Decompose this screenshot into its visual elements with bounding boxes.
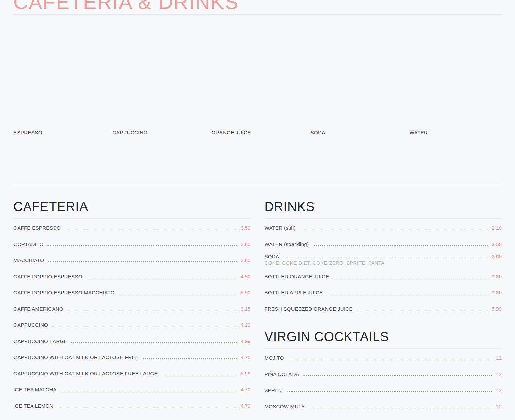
dotted-leader [300, 229, 488, 229]
item-price: 4.99 [241, 338, 250, 344]
menu-item-row: SPRITZ 12 [265, 382, 502, 398]
dotted-leader [48, 261, 237, 262]
item-name: MOSCOW MULE [265, 403, 305, 409]
dotted-leader [327, 294, 488, 294]
gallery-item-orange-juice[interactable]: ORANGE JUICE [211, 15, 303, 136]
item-name: BOTTLED APPLE JUICE [265, 290, 323, 295]
item-price: 5.99 [492, 306, 502, 312]
menu-item-row: PIÑA COLADA 12 [265, 366, 502, 382]
page-title: CAFETERIA & DRINKS [13, 0, 502, 10]
item-name: WATER (sparkling) [265, 241, 309, 247]
item-name: ICE CAPPUCCINO [13, 419, 58, 420]
item-name: PIÑA COLADA [265, 371, 299, 377]
dotted-leader [87, 278, 238, 278]
item-name: BOTTLED ORANGE JUICE [265, 273, 329, 279]
menu-item-row: CORTADITO 3.85 [13, 236, 251, 252]
gallery-caption: ORANGE JUICE [211, 130, 303, 136]
section-heading: VIRGIN COCKTAILS [265, 329, 502, 345]
menu-item-row: CAFFE DOPPIO ESPRESSO MACCHIATO 5.50 [13, 284, 251, 300]
item-name: CAFFE AMERICANO [13, 306, 63, 312]
item-price: 5.99 [241, 419, 250, 420]
dotted-leader [71, 342, 237, 343]
item-price: 2.10 [492, 225, 502, 231]
gallery-item-cappuccino[interactable]: CAPPUCCINO [112, 15, 204, 136]
menu-item-row: WATER (sparkling) 3.50 [265, 236, 502, 252]
item-price: 3.50 [492, 241, 502, 247]
dotted-leader [283, 258, 488, 258]
item-name: CAPPUCCINO [13, 322, 48, 328]
spacer [13, 136, 502, 180]
menu-item-row: ICE CAPPUCCINO 5.99 [13, 414, 251, 420]
item-name: ICE TEA MATCHA [13, 387, 57, 392]
menu-item-row: FRESH SQUEEZED ORANGE JUICE 5.99 [265, 300, 502, 317]
item-price: 3.50 [241, 225, 250, 231]
section-cafeteria: CAFETERIA CAFFE ESPRESSO 3.50 CORTADITO … [13, 199, 251, 420]
cafeteria-item-list: CAFFE ESPRESSO 3.50 CORTADITO 3.85 MACCH… [13, 219, 251, 420]
menu-item-row: SODA 2.60 COKE, COKE DIET, COKE ZERO, SP… [265, 252, 502, 268]
section-heading: DRINKS [265, 199, 502, 215]
gallery-item-soda[interactable]: SODA [311, 15, 403, 136]
item-name: CORTADITO [13, 241, 43, 247]
item-price: 3.15 [241, 306, 250, 312]
section-virgin-cocktails: VIRGIN COCKTAILS MOJITO 12 PIÑA COLADA [265, 329, 502, 414]
mid-divider [13, 185, 502, 185]
item-name: SPRITZ [265, 387, 283, 393]
photo-placeholder[interactable] [211, 15, 303, 130]
gallery-caption: WATER [410, 130, 502, 136]
dotted-leader [357, 310, 488, 310]
gallery-caption: SODA [311, 130, 403, 136]
section-heading: CAFETERIA [13, 199, 251, 215]
menu-item-row: CAPPUCCINO WITH OAT MILK OR LACTOSE FREE… [13, 349, 251, 365]
item-price: 3.20 [492, 273, 502, 279]
gallery-item-espresso[interactable]: ESPRESSO [13, 15, 105, 136]
menu-item-row: BOTTLED ORANGE JUICE 3.20 [265, 268, 502, 284]
item-name: WATER (still) [265, 225, 296, 231]
menu-item-row: ICE TEA LEMON 4.70 [13, 397, 251, 414]
photo-placeholder[interactable] [13, 15, 105, 130]
dotted-leader [309, 408, 492, 408]
item-price: 12 [496, 371, 502, 377]
dotted-leader [65, 229, 237, 229]
item-price: 3.85 [241, 241, 250, 247]
item-price: 4.70 [241, 354, 250, 360]
section-drinks: DRINKS WATER (still) 2.10 WATER (sparkli… [265, 199, 502, 317]
item-name: CAPPUCCINO WITH OAT MILK OR LACTOSE FREE [13, 354, 139, 360]
item-price: 2.60 [492, 254, 502, 259]
menu-item-row: MACCHIATO 3.85 [13, 252, 251, 268]
dotted-leader [303, 375, 492, 376]
menu-item-row: CAPPUCCINO 4.20 [13, 317, 251, 333]
menu-item-row: MOJITO 12 [265, 350, 502, 366]
menu-item-row: CAFFE AMERICANO 3.15 [13, 300, 251, 317]
item-name: ICE TEA LEMON [13, 403, 54, 409]
drink-photo-gallery: ESPRESSO CAPPUCCINO ORANGE JUICE SODA WA… [13, 15, 502, 136]
item-note: COKE, COKE DIET, COKE ZERO, SPRITE, FANT… [265, 260, 502, 266]
menu-item-row: BOTTLED APPLE JUICE 3.20 [265, 284, 502, 300]
item-price: 4.70 [241, 403, 250, 409]
menu-page: CAFETERIA & DRINKS ESPRESSO CAPPUCCINO O… [0, 0, 515, 420]
dotted-leader [118, 294, 237, 294]
dotted-leader [143, 358, 237, 359]
gallery-item-water[interactable]: WATER [410, 15, 502, 136]
dotted-leader [162, 375, 237, 375]
menu-item-row: ICE TEA MATCHA 4.70 [13, 381, 251, 397]
item-name: CAFFE DOPPIO ESPRESSO MACCHIATO [13, 290, 114, 295]
photo-placeholder[interactable] [112, 15, 204, 130]
photo-placeholder[interactable] [410, 15, 502, 130]
menu-item-row: MOSCOW MULE 12 [265, 398, 502, 414]
item-price: 5.50 [241, 290, 250, 295]
photo-placeholder[interactable] [311, 15, 403, 130]
item-name: MACCHIATO [13, 257, 44, 263]
menu-columns: CAFETERIA CAFFE ESPRESSO 3.50 CORTADITO … [13, 199, 502, 420]
item-price: 4.70 [241, 387, 250, 392]
menu-item-row: WATER (still) 2.10 [265, 220, 502, 236]
item-name: CAPPUCCINO WITH OAT MILK OR LACTOSE FREE… [13, 370, 158, 376]
item-price: 12 [496, 403, 502, 409]
item-name: SODA [265, 254, 279, 259]
item-price: 5.99 [241, 370, 250, 376]
item-price: 3.20 [492, 290, 502, 295]
item-price: 3.85 [241, 257, 250, 263]
dotted-leader [52, 326, 237, 326]
item-price: 12 [496, 355, 502, 361]
dotted-leader [58, 407, 238, 407]
menu-item-row: CAPPUCCINO WITH OAT MILK OR LACTOSE FREE… [13, 365, 251, 381]
